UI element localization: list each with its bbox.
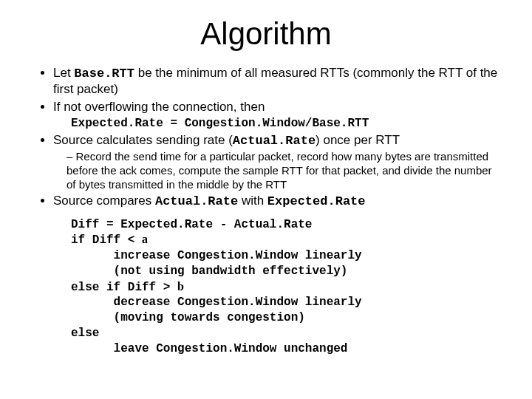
code-line: if Diff < [71, 233, 142, 247]
text: Source calculates sending rate ( [53, 133, 233, 147]
mono-text: Base.RTT [74, 66, 134, 81]
code-line: Diff = Expected.Rate - Actual.Rate [71, 218, 312, 231]
code-line: (moving towards congestion) [71, 311, 305, 324]
bullet-3: Source calculates sending rate (Actual.R… [53, 132, 502, 192]
code-line: (not using bandwidth effectively) [71, 265, 347, 278]
bullet-list: Let Base.RTT be the minimum of all measu… [35, 65, 502, 115]
code-block: Diff = Expected.Rate - Actual.Rate if Di… [71, 217, 502, 357]
bullet-list-2: Source calculates sending rate (Actual.R… [35, 132, 502, 210]
bullet-4: Source compares Actual.Rate with Expecte… [53, 193, 502, 209]
text: ) once per RTT [316, 133, 400, 147]
slide-title: Algorithm [30, 16, 502, 52]
bullet-2: If not overflowing the connection, then [53, 99, 502, 115]
sub-bullet-1: Record the send time for a particular pa… [66, 150, 502, 191]
mono-text: Actual.Rate [233, 134, 316, 148]
text: with [238, 194, 267, 208]
code-line: decrease Congestion.Window linearly [71, 296, 362, 309]
code-line: leave Congestion.Window unchanged [71, 342, 347, 355]
beta-symbol: b [177, 280, 184, 293]
text: Source compares [53, 194, 155, 208]
mono-text: Actual.Rate [155, 194, 238, 208]
code-line: else if Diff > [71, 281, 177, 294]
alpha-symbol: a [142, 233, 148, 245]
sub-list: Record the send time for a particular pa… [66, 150, 502, 191]
mono-text: Expected.Rate [267, 194, 366, 208]
text: Let [53, 66, 74, 80]
bullet-1: Let Base.RTT be the minimum of all measu… [53, 65, 502, 98]
code-line: increase Congestion.Window linearly [71, 249, 362, 262]
code-line: else [71, 327, 99, 340]
slide: Algorithm Let Base.RTT be the minimum of… [0, 0, 532, 399]
formula-line: Expected.Rate = Congestion.Window/Base.R… [71, 117, 502, 130]
